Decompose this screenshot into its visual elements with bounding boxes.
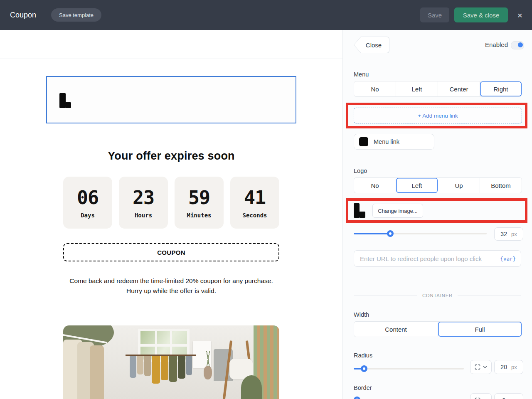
countdown-value: 06 <box>77 187 99 209</box>
offer-heading[interactable]: Your offer expires soon <box>46 150 296 163</box>
countdown-value: 23 <box>133 187 154 209</box>
photo-garment <box>130 356 136 378</box>
photo-vase <box>204 366 212 379</box>
save-template-button[interactable]: Save template <box>51 8 101 22</box>
menu-position-center[interactable]: Center <box>438 81 480 96</box>
slider-handle[interactable] <box>361 365 367 372</box>
logo-position-left[interactable]: Left <box>396 178 438 193</box>
border-section-label: Border <box>354 384 372 391</box>
countdown-timer[interactable]: 06 Days 23 Hours 59 Minutes 41 Seconds <box>63 177 279 229</box>
menu-position-no[interactable]: No <box>354 81 396 96</box>
logo-position-bottom[interactable]: Bottom <box>480 178 522 193</box>
change-image-button[interactable]: Change image... <box>372 204 423 218</box>
countdown-card-minutes: 59 Minutes <box>175 177 224 229</box>
countdown-label: Minutes <box>187 212 211 219</box>
logo-position-control: No Left Up Bottom <box>354 177 522 193</box>
offer-body-text[interactable]: Come back and redeem the time-limited 20… <box>46 276 296 296</box>
selected-header-block[interactable] <box>46 76 296 123</box>
countdown-value: 59 <box>188 187 210 209</box>
photo-garment <box>169 356 177 382</box>
slider-fill <box>354 233 390 234</box>
width-section-label: Width <box>354 311 369 318</box>
slider-handle[interactable] <box>387 230 394 237</box>
settings-panel: Close Enabled Menu No Left Center Right … <box>342 30 532 399</box>
border-value[interactable]: 0 px <box>494 393 523 399</box>
close-icon[interactable]: × <box>515 10 525 21</box>
template-editor: Coupon Save template Save Save & close ×… <box>0 0 532 399</box>
toggle-knob <box>518 42 523 47</box>
brand-logo <box>59 93 71 108</box>
logo-size-value[interactable]: 32 px <box>494 227 523 241</box>
countdown-value: 41 <box>244 187 266 209</box>
photo-garment <box>178 356 185 379</box>
photo-clothes <box>90 345 104 399</box>
photo-garment <box>161 356 168 380</box>
photo-plant <box>203 351 214 368</box>
photo-garment <box>144 356 151 376</box>
enabled-label: Enabled <box>485 41 508 48</box>
close-button-label: Close <box>354 37 389 53</box>
url-variable-button[interactable]: {var} <box>500 256 521 262</box>
width-full[interactable]: Full <box>438 322 522 337</box>
width-control: Content Full <box>354 321 522 337</box>
logo-position-up[interactable]: Up <box>438 178 480 193</box>
countdown-card-days: 06 Days <box>63 177 112 229</box>
enabled-toggle[interactable] <box>511 41 524 49</box>
radius-corner-select[interactable] <box>470 360 492 374</box>
radius-slider[interactable] <box>354 368 464 369</box>
border-slider-handle[interactable] <box>354 397 360 399</box>
photo-garment <box>152 356 160 384</box>
container-section-label: CONTAINER <box>422 293 453 298</box>
save-and-close-button[interactable]: Save & close <box>454 7 508 22</box>
add-menu-link-button[interactable]: + Add menu link <box>354 108 522 123</box>
radius-section-label: Radius <box>354 352 372 359</box>
menu-position-left[interactable]: Left <box>396 81 438 96</box>
countdown-card-seconds: 41 Seconds <box>230 177 279 229</box>
body-line-2: Hurry up while the offer is valid. <box>46 286 296 296</box>
countdown-label: Days <box>81 212 95 219</box>
countdown-card-hours: 23 Hours <box>119 177 168 229</box>
corner-radius-icon <box>475 364 480 370</box>
menu-section-label: Menu <box>354 71 369 78</box>
topbar: Coupon Save template Save Save & close × <box>0 0 532 30</box>
logo-url-input[interactable] <box>354 255 500 262</box>
page-title: Coupon <box>10 0 36 30</box>
border-side-select[interactable] <box>470 393 492 399</box>
radius-value[interactable]: 20 px <box>494 360 523 374</box>
menu-link-icon <box>359 137 368 146</box>
container-section-divider: CONTAINER <box>354 293 521 298</box>
logo-position-no[interactable]: No <box>354 178 396 193</box>
store-photo[interactable] <box>63 325 279 399</box>
body-line-1: Come back and redeem the time-limited 20… <box>46 276 296 286</box>
save-button[interactable]: Save <box>420 7 449 22</box>
border-sides-icon <box>475 397 480 399</box>
logo-section-label: Logo <box>354 167 367 174</box>
width-content[interactable]: Content <box>354 322 438 337</box>
logo-preview <box>354 203 365 218</box>
menu-position-right[interactable]: Right <box>480 81 522 96</box>
countdown-label: Hours <box>135 212 152 219</box>
chevron-down-icon <box>483 366 487 368</box>
menu-link-label: Menu link <box>374 138 399 145</box>
menu-link-item[interactable]: Menu link <box>354 134 434 150</box>
email-canvas: Your offer expires soon 06 Days 23 Hours… <box>0 59 342 399</box>
logo-url-field: {var} <box>354 250 521 267</box>
coupon-button[interactable]: COUPON <box>63 243 279 261</box>
photo-garment <box>186 356 192 375</box>
menu-position-control: No Left Center Right <box>354 81 522 97</box>
photo-garment <box>137 356 143 374</box>
countdown-label: Seconds <box>242 212 267 219</box>
logo-size-slider[interactable] <box>354 233 487 234</box>
photo-plant <box>241 375 262 399</box>
close-panel-button[interactable]: Close <box>354 37 389 53</box>
editor-toolbar: Heading 1 B I U A 1z ✦+ <box>0 30 342 59</box>
